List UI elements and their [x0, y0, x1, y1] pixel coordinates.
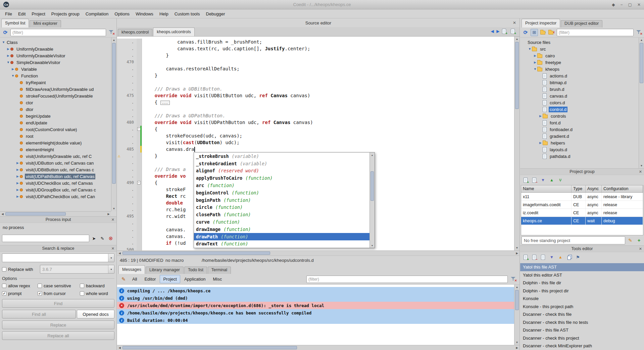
- checkbox-box[interactable]: [80, 284, 84, 288]
- menu-item-help[interactable]: Help: [156, 10, 171, 18]
- tool-item[interactable]: Dscanner - check MiniExplorer path: [520, 342, 644, 350]
- code-line[interactable]: . /// Draws a UDPathButton.: [117, 112, 514, 119]
- message-row[interactable]: i/home/basile/dev/projects/kheops/kheops…: [117, 309, 514, 316]
- expand-arrow-icon[interactable]: ▶: [15, 168, 20, 171]
- tab-mini-explorer[interactable]: Mini explorer: [30, 20, 61, 27]
- copy-tool-icon[interactable]: [565, 253, 573, 261]
- expand-arrow-icon[interactable]: ▶: [15, 181, 20, 185]
- code-line[interactable]: . strokeFocused(udc, canvas);: [117, 132, 514, 139]
- collapse-arrow-icon[interactable]: ▼: [6, 61, 10, 64]
- replace-combo[interactable]: 3.6.7 ▼: [40, 265, 114, 274]
- process-input-field[interactable]: [2, 235, 89, 242]
- completion-item[interactable]: drawImage(function): [194, 226, 369, 233]
- completion-item[interactable]: curve(function): [194, 218, 369, 226]
- move-tool-up-icon[interactable]: ▲: [557, 253, 564, 261]
- file-tree-item[interactable]: ▶helpers: [520, 139, 638, 146]
- open-document-icon[interactable]: +: [511, 29, 515, 34]
- tool-item[interactable]: Dolphin - this file dir: [520, 279, 644, 287]
- symbol-tree-item[interactable]: elementHeight(double value): [0, 139, 111, 146]
- pin-window-icon[interactable]: ◆: [612, 2, 615, 7]
- code-line[interactable]: 470: [117, 59, 514, 65]
- file-tree-item[interactable]: Source files: [520, 39, 638, 46]
- cancel-icon[interactable]: ⊗: [107, 235, 114, 242]
- checkbox-backward[interactable]: backward: [80, 283, 114, 288]
- scroll-right-icon[interactable]: ▶: [106, 212, 111, 216]
- file-tree-item[interactable]: font.d: [520, 119, 638, 126]
- tab-dub-project-editor[interactable]: DUB project editor: [561, 20, 602, 27]
- expand-arrow-icon[interactable]: ▶: [538, 141, 543, 144]
- add-tool-icon[interactable]: +: [522, 253, 529, 261]
- find-all-button[interactable]: Find all: [2, 310, 76, 318]
- completion-item[interactable]: arc(function): [194, 182, 369, 189]
- replace-with-checkbox[interactable]: Replace with: [2, 267, 33, 272]
- expand-arrow-icon[interactable]: ▶: [533, 61, 537, 64]
- chevron-down-icon[interactable]: ▼: [108, 265, 114, 273]
- editor-tab-kheops-control[interactable]: kheops.control: [118, 29, 152, 36]
- symbol-tree-item[interactable]: ctor: [0, 99, 111, 106]
- scroll-left-icon[interactable]: ◀: [117, 345, 122, 350]
- menu-item-edit[interactable]: Edit: [15, 10, 29, 18]
- filter-button-editor[interactable]: Editor: [141, 275, 159, 283]
- close-icon[interactable]: ✕: [111, 246, 114, 251]
- checkbox-box[interactable]: [80, 291, 84, 296]
- symbol-tree-item[interactable]: tryRepaint: [0, 79, 111, 86]
- project-row[interactable]: kheops.ceCEwaitdebug: [521, 217, 643, 225]
- tool-item[interactable]: Yatol this editor AST: [520, 271, 644, 279]
- scroll-down-icon[interactable]: ▼: [514, 245, 519, 250]
- symbol-tree-item[interactable]: ▶visit(UDPathButton udc, ref Canvas: [0, 173, 111, 180]
- scroll-up-icon[interactable]: ▲: [639, 38, 644, 43]
- completion-item[interactable]: _strokeGradient(variable): [194, 160, 369, 167]
- code-line[interactable]: .: [117, 79, 514, 85]
- file-tree-item[interactable]: brush.d: [520, 86, 638, 93]
- tool-item[interactable]: Dscanner - check this project: [520, 334, 644, 342]
- find-button[interactable]: Find: [2, 299, 114, 308]
- expand-arrow-icon[interactable]: ▶: [11, 67, 15, 71]
- messages-filter-input[interactable]: [306, 276, 508, 283]
- scroll-right-icon[interactable]: ▶: [514, 251, 519, 255]
- refresh-symbols-icon[interactable]: ⟳: [2, 29, 9, 36]
- tool-item[interactable]: Dscanner - this file AST: [520, 326, 644, 334]
- filter-clear-icon[interactable]: ✕: [509, 276, 517, 283]
- code-line[interactable]: . canvas.fillBrush = _brushFont;: [117, 39, 514, 45]
- completion-item[interactable]: drawText(function): [194, 240, 369, 248]
- column-header-async[interactable]: Async: [586, 185, 602, 192]
- message-row[interactable]: icompiling / ... /kheops/kheops.ce: [117, 287, 514, 294]
- clone-tool-icon[interactable]: [539, 253, 547, 261]
- remove-project-icon[interactable]: −: [531, 176, 538, 184]
- tool-item[interactable]: Dolphin - this project dir: [520, 287, 644, 295]
- scroll-left-icon[interactable]: ◀: [117, 251, 122, 255]
- file-tree-item[interactable]: canvas.d: [520, 93, 638, 99]
- previous-document-icon[interactable]: ◀: [491, 29, 494, 34]
- fold-marker-icon[interactable]: −: [137, 181, 141, 184]
- completion-item[interactable]: alignof(reserved word): [194, 167, 369, 175]
- project-row[interactable]: iz.coeditCEasyncrelease: [521, 209, 643, 217]
- code-line[interactable]: . visit(cast(UDButton) udc);: [117, 139, 514, 146]
- symbol-tree-item[interactable]: ▶visit(UDGroupBox udc, ref Canvas c: [0, 186, 111, 193]
- collapse-tree-icon[interactable]: ⊞: [531, 29, 538, 36]
- collapse-arrow-icon[interactable]: ▼: [528, 47, 532, 51]
- minimize-icon[interactable]: −: [621, 2, 623, 7]
- checkbox-case-sensitive[interactable]: case sensitive: [38, 283, 80, 288]
- project-row[interactable]: imageformats.coeditCEasyncrelease: [521, 201, 643, 209]
- collapse-arrow-icon[interactable]: ▼: [11, 74, 15, 77]
- checkbox-allow-regex[interactable]: allow regex: [2, 283, 38, 288]
- add-project-icon[interactable]: +: [522, 176, 529, 184]
- symbol-tree-item[interactable]: ▶visit(UDCheckBox udc, ref Canvas: [0, 180, 111, 186]
- expand-arrow-icon[interactable]: ▶: [15, 195, 20, 198]
- move-down-icon[interactable]: ▼: [539, 176, 547, 184]
- editor-tab-kheops-udcontrols[interactable]: kheops.udcontrols: [153, 27, 194, 36]
- add-folder-icon[interactable]: +: [539, 29, 547, 36]
- replace-button[interactable]: Replace: [2, 320, 114, 329]
- checkbox-box[interactable]: [38, 284, 42, 288]
- scroll-down-icon[interactable]: ▼: [639, 163, 644, 168]
- menu-item-file[interactable]: File: [2, 10, 15, 18]
- scroll-up-icon[interactable]: ▲: [514, 285, 519, 290]
- scrollbar-thumb[interactable]: [515, 42, 519, 109]
- scrollbar-thumb[interactable]: [122, 251, 270, 255]
- completion-item[interactable]: _strokeBrush(variable): [194, 153, 369, 160]
- remove-tool-icon[interactable]: −: [531, 253, 538, 261]
- file-tree-item[interactable]: ▼src: [520, 46, 638, 52]
- symbol-tree-item[interactable]: ▶Variable: [0, 66, 111, 72]
- file-tree-item[interactable]: ▼kheops: [520, 66, 638, 72]
- clear-messages-icon[interactable]: ✎: [120, 276, 127, 283]
